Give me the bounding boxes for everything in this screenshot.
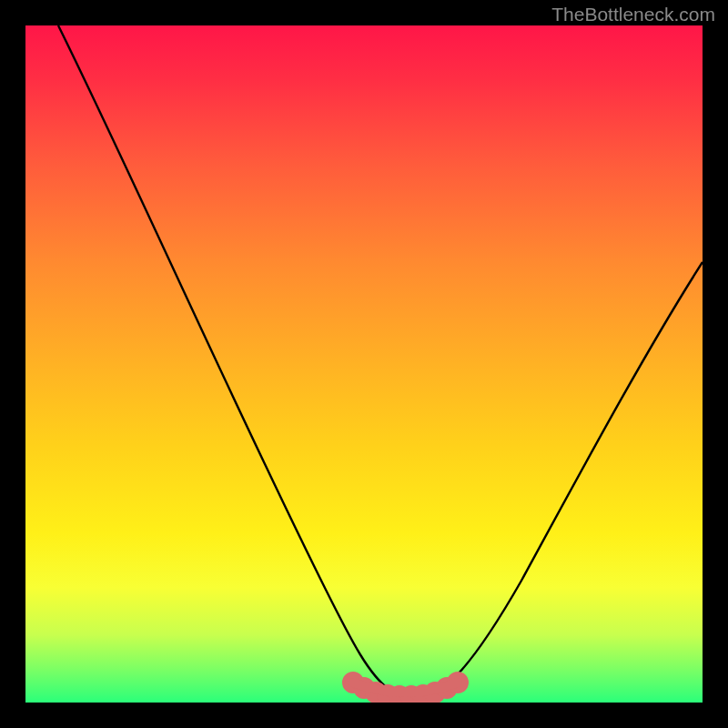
chart-frame: TheBottleneck.com	[0, 0, 728, 728]
minimum-marker	[25, 648, 703, 703]
bottleneck-curve	[25, 25, 703, 703]
plot-area	[25, 25, 703, 703]
watermark-text: TheBottleneck.com	[551, 4, 715, 25]
